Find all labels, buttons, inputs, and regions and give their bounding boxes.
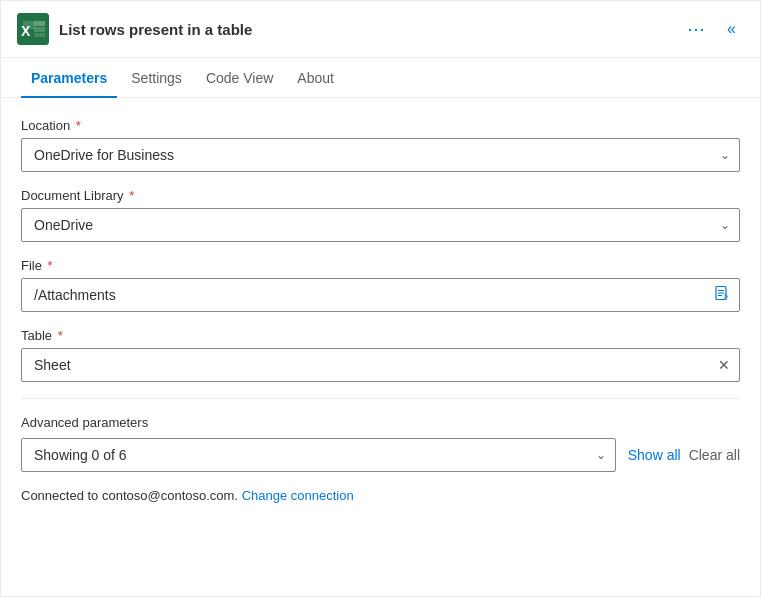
advanced-label: Advanced parameters bbox=[21, 415, 740, 430]
tab-settings[interactable]: Settings bbox=[121, 58, 192, 98]
file-field-group: File * bbox=[21, 258, 740, 312]
svg-rect-3 bbox=[34, 21, 45, 26]
table-field-group: Table * ✕ bbox=[21, 328, 740, 382]
svg-rect-5 bbox=[34, 33, 45, 37]
svg-text:X: X bbox=[21, 23, 31, 39]
advanced-row: Showing 0 of 6 ⌄ Show all Clear all bbox=[21, 438, 740, 472]
clear-all-button[interactable]: Clear all bbox=[689, 447, 740, 463]
svg-rect-4 bbox=[34, 27, 45, 32]
file-required: * bbox=[44, 258, 53, 273]
footer: Connected to contoso@contoso.com. Change… bbox=[21, 488, 740, 503]
file-input-wrapper bbox=[21, 278, 740, 312]
tabs-bar: Parameters Settings Code View About bbox=[1, 58, 760, 98]
advanced-actions: Show all Clear all bbox=[628, 447, 740, 463]
document-library-select[interactable]: OneDrive Documents Shared Documents bbox=[21, 208, 740, 242]
header-actions: ⋯ « bbox=[683, 14, 740, 44]
file-input[interactable] bbox=[21, 278, 740, 312]
more-button[interactable]: ⋯ bbox=[683, 14, 711, 44]
location-field-group: Location * OneDrive for Business SharePo… bbox=[21, 118, 740, 172]
header-left: X List rows present in a table bbox=[17, 13, 252, 45]
location-label: Location * bbox=[21, 118, 740, 133]
table-input[interactable] bbox=[21, 348, 740, 382]
table-input-wrapper: ✕ bbox=[21, 348, 740, 382]
document-library-required: * bbox=[126, 188, 135, 203]
collapse-button[interactable]: « bbox=[723, 16, 740, 42]
section-divider bbox=[21, 398, 740, 399]
file-label: File * bbox=[21, 258, 740, 273]
tab-about[interactable]: About bbox=[287, 58, 344, 98]
collapse-icon: « bbox=[727, 20, 736, 38]
location-select-wrapper: OneDrive for Business SharePoint Sites ⌄ bbox=[21, 138, 740, 172]
location-required: * bbox=[72, 118, 81, 133]
document-library-field-group: Document Library * OneDrive Documents Sh… bbox=[21, 188, 740, 242]
table-label: Table * bbox=[21, 328, 740, 343]
header-title: List rows present in a table bbox=[59, 21, 252, 38]
advanced-select-wrapper: Showing 0 of 6 ⌄ bbox=[21, 438, 616, 472]
tab-code-view[interactable]: Code View bbox=[196, 58, 283, 98]
more-icon: ⋯ bbox=[687, 18, 707, 40]
connected-text: Connected to contoso@contoso.com. bbox=[21, 488, 238, 503]
document-library-select-wrapper: OneDrive Documents Shared Documents ⌄ bbox=[21, 208, 740, 242]
location-select[interactable]: OneDrive for Business SharePoint Sites bbox=[21, 138, 740, 172]
main-panel: X List rows present in a table ⋯ « Param… bbox=[0, 0, 761, 597]
tab-parameters[interactable]: Parameters bbox=[21, 58, 117, 98]
content-area: Location * OneDrive for Business SharePo… bbox=[1, 98, 760, 523]
show-all-button[interactable]: Show all bbox=[628, 447, 681, 463]
header: X List rows present in a table ⋯ « bbox=[1, 1, 760, 58]
advanced-select[interactable]: Showing 0 of 6 bbox=[21, 438, 616, 472]
table-clear-button[interactable]: ✕ bbox=[718, 357, 730, 373]
excel-icon: X bbox=[17, 13, 49, 45]
table-required: * bbox=[54, 328, 63, 343]
clear-icon: ✕ bbox=[718, 357, 730, 373]
document-library-label: Document Library * bbox=[21, 188, 740, 203]
change-connection-button[interactable]: Change connection bbox=[242, 488, 354, 503]
advanced-section: Advanced parameters Showing 0 of 6 ⌄ Sho… bbox=[21, 415, 740, 472]
